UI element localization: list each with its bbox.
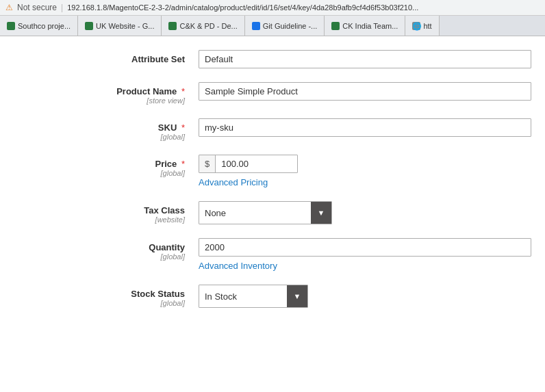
tab-favicon-2 [85, 22, 93, 30]
product-name-scope: [store view] [14, 96, 185, 105]
price-field-container: $ [199, 155, 298, 173]
product-name-row: Product Name * [store view] [0, 82, 545, 105]
attribute-set-row: Attribute Set [0, 50, 545, 68]
stock-status-input-wrap: In Stock Out of Stock ▼ [199, 285, 531, 308]
stock-status-select[interactable]: In Stock Out of Stock [199, 288, 287, 305]
product-name-input[interactable] [199, 82, 531, 101]
sku-input-wrap [199, 118, 531, 137]
security-label: Not secure [17, 3, 57, 12]
browser-bar: ⚠ Not secure | 192.168.1.8/MagentoCE-2-3… [0, 0, 545, 16]
tax-class-select-wrap: None Taxable Goods ▼ [199, 201, 332, 224]
stock-status-row: Stock Status [global] In Stock Out of St… [0, 285, 545, 308]
quantity-input-wrap: Advanced Inventory [199, 238, 531, 271]
price-input[interactable] [216, 155, 277, 172]
tab-favicon-1 [7, 22, 15, 30]
price-scope: [global] [14, 169, 185, 177]
tab-label-2: UK Website - G... [96, 22, 154, 30]
tax-class-select-arrow[interactable]: ▼ [311, 202, 331, 224]
attribute-set-label-wrap: Attribute Set [14, 50, 199, 64]
price-input-wrap: $ Advanced Pricing [199, 155, 531, 187]
browser-tab-2[interactable]: UK Website - G... [78, 16, 162, 36]
tax-class-select[interactable]: None Taxable Goods [199, 205, 311, 222]
price-label-wrap: Price * [global] [14, 155, 199, 177]
browser-tab-3[interactable]: C&K & PD - De... [162, 16, 244, 36]
product-name-label: Product Name [116, 86, 177, 96]
advanced-pricing-link[interactable]: Advanced Pricing [199, 177, 531, 187]
stock-status-scope: [global] [14, 299, 185, 307]
tax-class-label-wrap: Tax Class [website] [14, 201, 199, 224]
quantity-input[interactable] [199, 238, 531, 257]
sku-label: SKU [158, 122, 177, 133]
price-required: * [181, 159, 185, 169]
tab-favicon-3 [168, 22, 177, 30]
stock-status-select-arrow[interactable]: ▼ [287, 285, 307, 307]
tab-label-3: C&K & PD - De... [179, 22, 237, 30]
browser-tab-4[interactable]: Git Guideline -... [245, 16, 325, 36]
sku-scope: [global] [14, 133, 185, 141]
browser-tab-6[interactable]: 🌐 htt [405, 16, 439, 36]
tab-label-4: Git Guideline -... [263, 22, 317, 30]
product-name-required: * [181, 86, 185, 96]
attribute-set-label: Attribute Set [131, 54, 185, 64]
product-name-input-wrap [199, 82, 531, 101]
tab-label-1: Southco proje... [18, 22, 71, 30]
browser-tab-1[interactable]: Southco proje... [0, 16, 78, 36]
stock-status-label-wrap: Stock Status [global] [14, 285, 199, 307]
tab-favicon-5 [331, 22, 340, 30]
sku-label-wrap: SKU * [global] [14, 118, 199, 141]
attribute-set-input-wrap [199, 50, 531, 68]
advanced-inventory-link[interactable]: Advanced Inventory [199, 261, 531, 271]
tax-class-input-wrap: None Taxable Goods ▼ [199, 201, 531, 224]
stock-status-label: Stock Status [131, 289, 185, 299]
sku-required: * [181, 122, 185, 133]
price-row: Price * [global] $ Advanced Pricing [0, 155, 545, 187]
tab-favicon-6: 🌐 [412, 22, 420, 30]
stock-status-select-wrap: In Stock Out of Stock ▼ [199, 285, 308, 308]
browser-tab-5[interactable]: CK India Team... [325, 16, 405, 36]
tab-favicon-4 [252, 22, 260, 30]
tax-class-row: Tax Class [website] None Taxable Goods ▼ [0, 201, 545, 224]
url-bar[interactable]: 192.168.1.8/MagentoCE-2-3-2/admin/catalo… [67, 3, 418, 12]
product-name-label-wrap: Product Name * [store view] [14, 82, 199, 105]
tax-class-scope: [website] [14, 215, 185, 224]
security-icon: ⚠ [5, 3, 13, 12]
quantity-label: Quantity [149, 242, 185, 252]
quantity-row: Quantity [global] Advanced Inventory [0, 238, 545, 271]
tax-class-label: Tax Class [144, 205, 185, 215]
tabs-bar: Southco proje... UK Website - G... C&K &… [0, 16, 545, 36]
sku-row: SKU * [global] [0, 118, 545, 141]
tab-label-5: CK India Team... [342, 22, 398, 30]
price-label: Price [155, 159, 177, 169]
quantity-scope: [global] [14, 252, 185, 261]
price-currency-symbol: $ [199, 155, 216, 172]
quantity-label-wrap: Quantity [global] [14, 238, 199, 261]
tab-label-6: htt [423, 22, 431, 30]
product-form: Attribute Set Product Name * [store view… [0, 36, 545, 335]
sku-input[interactable] [199, 118, 531, 137]
attribute-set-input[interactable] [199, 50, 531, 68]
